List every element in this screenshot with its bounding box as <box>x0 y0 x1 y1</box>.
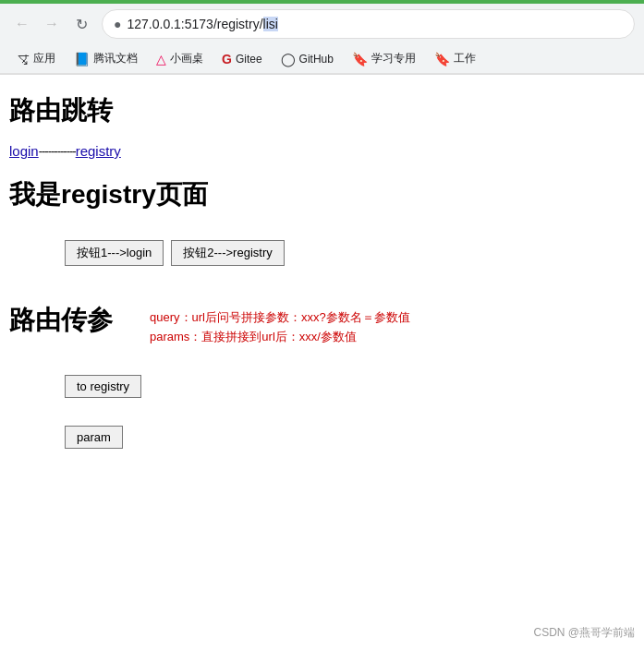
to-registry-button[interactable]: to registry <box>65 375 141 398</box>
browser-toolbar: ← → ↻ ● 127.0.0.1:5173/registry/lisi <box>0 4 644 44</box>
url-prefix: 127.0.0.1:5173/registry/ <box>127 17 262 31</box>
forward-button[interactable]: → <box>39 11 65 37</box>
param-section: param <box>65 426 626 449</box>
route-params-info: query：url后问号拼接参数：xxx?参数名＝参数值 params：直接拼接… <box>150 303 410 347</box>
work-icon: 🔖 <box>434 52 450 66</box>
bookmark-apps[interactable]: ⦪ 应用 <box>9 48 63 69</box>
bookmark-label: 应用 <box>33 51 55 66</box>
button1-login[interactable]: 按钮1--->login <box>65 240 164 266</box>
bookmark-label: Gitee <box>236 53 262 66</box>
bookmark-label: 腾讯文档 <box>93 51 138 66</box>
url-highlight: lisi <box>263 17 278 31</box>
github-icon: ◯ <box>281 52 296 66</box>
section1-title: 路由跳转 <box>9 93 626 128</box>
xiaohz-icon: △ <box>156 52 166 66</box>
bookmark-label: 学习专用 <box>371 51 416 66</box>
url-text: 127.0.0.1:5173/registry/lisi <box>127 17 277 31</box>
section2-title: 路由传参 <box>9 303 113 338</box>
bookmark-study[interactable]: 🔖 学习专用 <box>345 48 423 69</box>
gitee-icon: G <box>222 52 232 66</box>
back-icon: ← <box>15 16 30 32</box>
button2-registry[interactable]: 按钮2--->registry <box>171 240 284 266</box>
back-button[interactable]: ← <box>9 11 35 37</box>
bookmark-label: GitHub <box>299 53 334 66</box>
nav-buttons: ← → ↻ <box>9 11 94 37</box>
to-registry-section: to registry <box>65 375 626 398</box>
bookmark-gitee[interactable]: G Gitee <box>214 49 270 69</box>
bookmark-label: 工作 <box>454 51 476 66</box>
study-icon: 🔖 <box>352 52 368 66</box>
address-bar[interactable]: ● 127.0.0.1:5173/registry/lisi <box>102 9 635 39</box>
login-link[interactable]: login <box>9 143 39 159</box>
lock-icon: ● <box>114 17 121 31</box>
bookmark-github[interactable]: ◯ GitHub <box>273 49 341 69</box>
apps-icon: ⦪ <box>17 52 30 66</box>
bookmark-work[interactable]: 🔖 工作 <box>427 48 483 69</box>
registry-link[interactable]: registry <box>76 143 121 159</box>
bookmark-xiaohz[interactable]: △ 小画桌 <box>149 48 211 69</box>
forward-icon: → <box>44 16 59 32</box>
page-content: 路由跳转 login ------------ registry 我是regis… <box>0 75 644 486</box>
nav-links: login ------------ registry <box>9 143 626 159</box>
tencent-icon: 📘 <box>74 52 90 66</box>
refresh-icon: ↻ <box>76 16 88 33</box>
buttons-row: 按钮1--->login 按钮2--->registry <box>65 240 626 266</box>
params-line1: query：url后问号拼接参数：xxx?参数名＝参数值 <box>150 308 410 328</box>
bookmarks-bar: ⦪ 应用 📘 腾讯文档 △ 小画桌 G Gitee ◯ GitHub 🔖 学习专… <box>0 44 644 74</box>
bookmark-tencent[interactable]: 📘 腾讯文档 <box>67 48 145 69</box>
watermark: CSDN @燕哥学前端 <box>533 625 635 641</box>
param-button[interactable]: param <box>65 426 123 449</box>
params-line2: params：直接拼接到url后：xxx/参数值 <box>150 328 410 347</box>
bookmark-label: 小画桌 <box>170 51 203 66</box>
route-params-section: 路由传参 query：url后问号拼接参数：xxx?参数名＝参数值 params… <box>9 303 626 347</box>
nav-separator: ------------ <box>39 144 76 158</box>
refresh-button[interactable]: ↻ <box>68 11 94 37</box>
page-subtitle: 我是registry页面 <box>9 177 626 212</box>
browser-chrome: ← → ↻ ● 127.0.0.1:5173/registry/lisi ⦪ 应… <box>0 4 644 75</box>
